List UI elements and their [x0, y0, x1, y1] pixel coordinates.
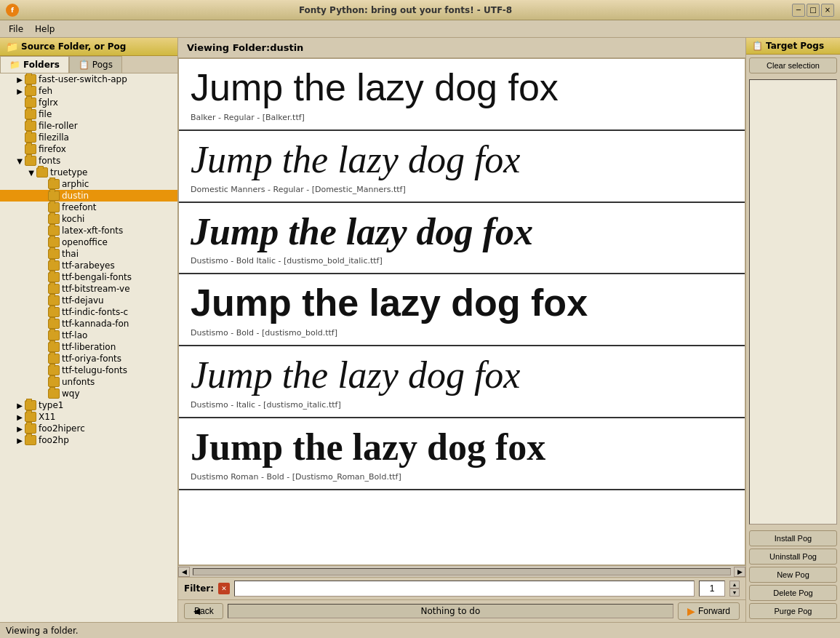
statusbar-text: Viewing a folder. — [6, 626, 79, 636]
folder-icon — [25, 97, 36, 108]
tree-item[interactable]: fglrx — [0, 97, 177, 108]
font-display-wrapper: Jump the lazy dog foxBalker - Regular - … — [178, 58, 745, 565]
tree-item[interactable]: ttf-bitstream-ve — [0, 283, 177, 295]
tree-label: ttf-arabeyes — [62, 260, 115, 271]
page-number-spinner[interactable]: ▲ ▼ — [729, 581, 740, 597]
tree-item[interactable]: kochi — [0, 213, 177, 225]
close-button[interactable]: × — [821, 4, 834, 17]
tree-label: dustin — [62, 191, 89, 201]
tree-item[interactable]: ▶ fast-user-switch-app — [0, 73, 177, 85]
folder-icon — [48, 202, 60, 212]
font-card: Jump the lazy dog foxBalker - Regular - … — [179, 59, 745, 131]
folder-icon — [48, 272, 60, 282]
filter-input[interactable] — [234, 581, 695, 597]
tree-label: kochi — [62, 214, 84, 224]
tree-item[interactable]: ttf-bengali-fonts — [0, 271, 177, 283]
folder-icon — [36, 167, 48, 178]
tree-label: ttf-lao — [62, 330, 87, 340]
tree-item[interactable]: arphic — [0, 178, 177, 190]
folder-icon — [25, 74, 36, 84]
tree-label: fglrx — [39, 97, 58, 108]
tree-item[interactable]: ▶ type1 — [0, 399, 177, 411]
minimize-button[interactable]: − — [792, 4, 805, 17]
horizontal-scrollbar[interactable]: ◀ ▶ — [178, 565, 745, 577]
tree-label: ttf-bengali-fonts — [62, 272, 132, 282]
uninstall-pog-button[interactable]: Uninstall Pog — [749, 549, 837, 565]
center-panel: Viewing Folder:dustin Jump the lazy dog … — [178, 38, 745, 622]
tab-folders[interactable]: 📁 Folders — [0, 56, 69, 73]
tree-item[interactable]: ttf-kannada-fon — [0, 318, 177, 330]
delete-pog-button[interactable]: Delete Pog — [749, 585, 837, 601]
tree-item[interactable]: ttf-telugu-fonts — [0, 364, 177, 376]
tree-label: fast-user-switch-app — [39, 74, 127, 84]
tree-item[interactable]: ▼ fonts — [0, 155, 177, 167]
left-panel-header: 📁 Source Folder, or Pog — [0, 38, 177, 56]
new-pog-button[interactable]: New Pog — [749, 567, 837, 583]
page-number-input[interactable] — [699, 581, 725, 597]
font-display-area[interactable]: Jump the lazy dog foxBalker - Regular - … — [178, 58, 745, 565]
folder-icon — [48, 284, 60, 294]
font-preview-text: Jump the lazy dog fox — [191, 66, 733, 110]
tree-item[interactable]: wqy — [0, 388, 177, 399]
tree-arrow: ▶ — [15, 425, 25, 433]
tab-pogs[interactable]: 📋 Pogs — [69, 56, 122, 73]
font-preview-text: Jump the lazy dog fox — [191, 354, 733, 397]
install-pog-button[interactable]: Install Pog — [749, 530, 837, 546]
tree-item[interactable]: ttf-dejavu — [0, 295, 177, 306]
folder-icon — [25, 109, 36, 119]
tree-item[interactable]: openoffice — [0, 236, 177, 248]
tree-item[interactable]: dustin — [0, 190, 177, 202]
menu-file[interactable]: File — [3, 23, 29, 36]
tree-item[interactable]: ttf-oriya-fonts — [0, 353, 177, 364]
menu-help[interactable]: Help — [29, 23, 60, 36]
file-tree[interactable]: ▶ fast-user-switch-app ▶ feh fglrx file … — [0, 73, 177, 622]
tree-item[interactable]: ttf-liberation — [0, 341, 177, 353]
tree-item[interactable]: file — [0, 108, 177, 120]
menubar: File Help — [0, 20, 840, 38]
tree-label: ttf-oriya-fonts — [62, 354, 121, 364]
folder-icon — [25, 412, 36, 422]
tree-item[interactable]: ▶ foo2hiperc — [0, 423, 177, 434]
nav-bar: ◀ Back Nothing to do ▶ Forward — [178, 599, 745, 622]
page-down-btn[interactable]: ▼ — [729, 589, 740, 597]
forward-icon: ▶ — [687, 605, 695, 617]
maximize-button[interactable]: □ — [807, 4, 820, 17]
filter-clear-btn[interactable]: ✕ — [218, 583, 230, 594]
window-title: Fonty Python: bring out your fonts! - UT… — [19, 5, 792, 15]
scroll-right-btn[interactable]: ▶ — [734, 567, 745, 577]
tree-item[interactable]: ttf-arabeyes — [0, 260, 177, 271]
folder-icon — [48, 237, 60, 247]
tree-item[interactable]: ▼ truetype — [0, 167, 177, 178]
tree-item[interactable]: ▶ X11 — [0, 411, 177, 423]
folder-icon — [48, 307, 60, 317]
tree-arrow: ▶ — [15, 413, 25, 421]
tree-item[interactable]: freefont — [0, 202, 177, 213]
tree-item[interactable]: thai — [0, 248, 177, 260]
back-button[interactable]: ◀ Back — [184, 603, 223, 619]
tree-item[interactable]: file-roller — [0, 120, 177, 132]
tree-item[interactable]: unfonts — [0, 376, 177, 388]
right-action-buttons: Install Pog Uninstall Pog New Pog Delete… — [746, 527, 840, 622]
h-scrollbar-track[interactable] — [193, 568, 731, 575]
left-panel-title: Source Folder, or Pog — [21, 41, 126, 52]
forward-button[interactable]: ▶ Forward — [678, 602, 740, 620]
scroll-left-btn[interactable]: ◀ — [178, 567, 190, 577]
pogs-icon: 📋 — [79, 60, 89, 70]
clear-selection-button[interactable]: Clear selection — [749, 57, 837, 73]
tree-item[interactable]: latex-xft-fonts — [0, 225, 177, 236]
tree-label: ttf-bitstream-ve — [62, 284, 130, 294]
tree-label: file-roller — [39, 121, 78, 131]
page-up-btn[interactable]: ▲ — [729, 581, 740, 589]
tree-item[interactable]: ttf-lao — [0, 330, 177, 341]
tree-label: truetype — [50, 167, 87, 178]
purge-pog-button[interactable]: Purge Pog — [749, 603, 837, 619]
tree-item[interactable]: ▶ feh — [0, 85, 177, 97]
tree-item[interactable]: filezilla — [0, 132, 177, 143]
tree-item[interactable]: firefox — [0, 143, 177, 155]
tree-item[interactable]: ▶ foo2hp — [0, 434, 177, 446]
font-card: Jump the lazy dog foxDustismo - Bold - [… — [179, 274, 745, 346]
tree-label: feh — [39, 86, 52, 96]
tree-label: foo2hiperc — [39, 423, 85, 434]
tree-label: unfonts — [62, 377, 95, 387]
tree-item[interactable]: ttf-indic-fonts-c — [0, 306, 177, 318]
